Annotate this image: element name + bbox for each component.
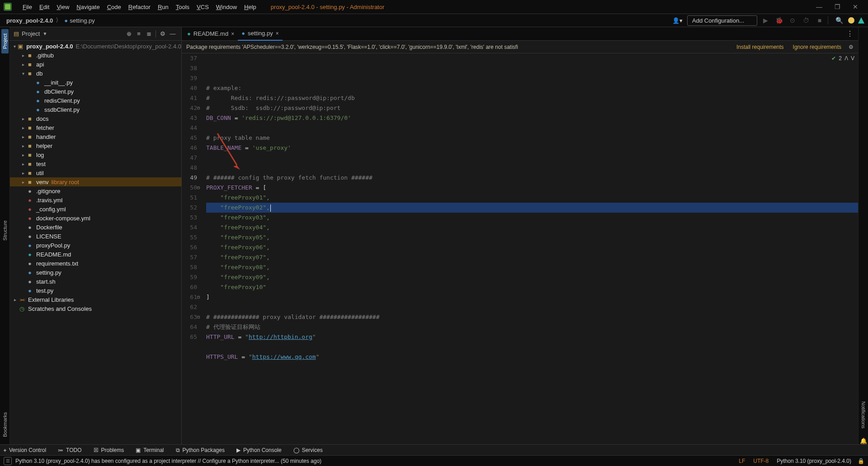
tree-node[interactable]: ●ssdbClient.py xyxy=(10,105,181,114)
editor-tab[interactable]: ●setting.py× xyxy=(238,27,283,41)
tree-node[interactable]: ●.gitignore xyxy=(10,186,181,195)
tool-label: Python Console xyxy=(243,447,282,453)
tree-node[interactable]: ▸■handler xyxy=(10,132,181,141)
minimize-button[interactable]: — xyxy=(810,3,828,10)
bottom-tool-services[interactable]: ◯Services xyxy=(292,447,325,453)
tree-node[interactable]: ●.travis.yml xyxy=(10,195,181,204)
tree-node[interactable]: ●requirements.txt xyxy=(10,259,181,268)
tree-node[interactable]: ▸■log xyxy=(10,150,181,159)
maximize-button[interactable]: ❐ xyxy=(828,3,846,10)
inspection-up-icon[interactable]: ᐱ xyxy=(844,55,848,62)
notifications-icon[interactable]: 🔔 xyxy=(860,437,867,444)
tree-node[interactable]: ▸⫘External Libraries xyxy=(10,295,181,304)
tree-node[interactable]: ●setting.py xyxy=(10,268,181,277)
bottom-tool-todo[interactable]: ≔TODO xyxy=(56,447,83,453)
menu-navigate[interactable]: Navigate xyxy=(73,2,103,12)
tree-node[interactable]: ●_config.yml xyxy=(10,204,181,214)
project-view-dropdown-icon[interactable]: ▼ xyxy=(42,31,47,36)
tree-node[interactable]: ●docker-compose.yml xyxy=(10,214,181,223)
inspection-widget[interactable]: ✔ 2 ᐱ ᐯ xyxy=(831,55,854,62)
menu-refactor[interactable]: Refactor xyxy=(125,2,154,12)
status-line-ending[interactable]: LF xyxy=(739,458,745,464)
status-interpreter[interactable]: Python 3.10 (proxy_pool-2.4.0) xyxy=(777,458,851,464)
select-opened-file-icon[interactable]: ⊕ xyxy=(124,30,134,37)
menu-edit[interactable]: Edit xyxy=(36,2,53,12)
close-window-button[interactable]: ✕ xyxy=(846,3,864,10)
tree-node[interactable]: ●README.md xyxy=(10,250,181,259)
menu-code[interactable]: Code xyxy=(104,2,125,12)
tree-node[interactable]: ◷Scratches and Consoles xyxy=(10,304,181,313)
coverage-button[interactable]: ⊙ xyxy=(787,17,798,24)
tree-node[interactable]: ●Dockerfile xyxy=(10,223,181,232)
hide-tool-icon[interactable]: — xyxy=(168,30,178,37)
tree-node[interactable]: ▸■api xyxy=(10,60,181,69)
bottom-tool-terminal[interactable]: ▣Terminal xyxy=(134,447,165,453)
inspection-down-icon[interactable]: ᐯ xyxy=(851,55,854,62)
breadcrumb-separator: 〉 xyxy=(56,16,61,24)
tree-node[interactable]: ●__init__.py xyxy=(10,78,181,87)
tree-node[interactable]: ●start.sh xyxy=(10,277,181,286)
menu-tools[interactable]: Tools xyxy=(172,2,193,12)
sidebar-tab-notifications[interactable]: Notifications xyxy=(860,397,867,433)
readonly-lock-icon[interactable]: 🔒 xyxy=(858,458,864,464)
menu-vcs[interactable]: VCS xyxy=(193,2,212,12)
ignore-requirements-link[interactable]: Ignore requirements xyxy=(793,44,841,50)
tree-node[interactable]: ●dbClient.py xyxy=(10,87,181,96)
collapse-all-icon[interactable]: ≣ xyxy=(144,30,154,37)
tree-node[interactable]: ▸■fetcher xyxy=(10,123,181,132)
tree-node[interactable]: ▸■docs xyxy=(10,114,181,123)
tree-node[interactable]: ●LICENSE xyxy=(10,232,181,241)
ide-update-icon[interactable] xyxy=(858,17,864,24)
editor-tab[interactable]: ●README.md× xyxy=(184,27,238,41)
code-with-me-icon[interactable] xyxy=(848,17,854,24)
banner-settings-icon[interactable]: ⚙ xyxy=(849,44,854,50)
tree-node[interactable]: ▸■venvlibrary root xyxy=(10,177,181,186)
bottom-tool-version-control[interactable]: ᚐVersion Control xyxy=(2,447,48,453)
tree-node[interactable]: ●test.py xyxy=(10,286,181,295)
menu-help[interactable]: Help xyxy=(241,2,260,12)
status-message[interactable]: Python 3.10 (proxy_pool-2.4.0) has been … xyxy=(15,458,321,464)
debug-button[interactable]: 🐞 xyxy=(774,17,784,24)
stop-button[interactable]: ■ xyxy=(814,17,825,24)
breadcrumb-root-label: proxy_pool-2.4.0 xyxy=(6,17,53,24)
search-everywhere-button[interactable]: 🔍 xyxy=(834,17,844,24)
menu-run[interactable]: Run xyxy=(154,2,172,12)
tree-node[interactable]: ▾■db xyxy=(10,69,181,78)
bottom-tool-problems[interactable]: ☒Problems xyxy=(92,447,126,453)
tree-node[interactable]: ●redisClient.py xyxy=(10,96,181,105)
user-icon[interactable]: 👤▾ xyxy=(672,17,683,24)
tree-node[interactable]: ▸■.github xyxy=(10,51,181,60)
tree-node[interactable]: ▸■helper xyxy=(10,141,181,150)
sidebar-tab-project[interactable]: Project xyxy=(1,29,9,53)
sidebar-tab-structure[interactable]: Structure xyxy=(1,216,9,245)
run-button[interactable]: ▶ xyxy=(760,17,771,24)
editor-tabs: ●README.md×●setting.py× ⋮ xyxy=(182,27,858,41)
menu-view[interactable]: View xyxy=(53,2,73,12)
right-tool-strip: Notifications 🔔 xyxy=(858,27,868,444)
tab-close-icon[interactable]: × xyxy=(276,30,279,37)
breadcrumb-file[interactable]: ● setting.py xyxy=(61,16,98,25)
breadcrumb-root[interactable]: proxy_pool-2.4.0 xyxy=(4,16,56,25)
status-encoding[interactable]: UTF-8 xyxy=(753,458,769,464)
tab-more-icon[interactable]: ⋮ xyxy=(842,29,858,38)
tree-node[interactable]: ▾▣proxy_pool-2.4.0E:\Documents\Desktop\p… xyxy=(10,42,181,51)
sidebar-tab-bookmarks[interactable]: Bookmarks xyxy=(1,408,9,442)
menu-window[interactable]: Window xyxy=(212,2,241,12)
tree-node[interactable]: ▸■util xyxy=(10,168,181,177)
tool-settings-icon[interactable]: ⚙ xyxy=(158,30,168,37)
install-requirements-link[interactable]: Install requirements xyxy=(736,44,784,50)
menu-file[interactable]: File xyxy=(19,2,36,12)
add-configuration-button[interactable]: Add Configuration... xyxy=(687,15,757,26)
tree-node[interactable]: ●proxyPool.py xyxy=(10,241,181,250)
profile-button[interactable]: ⏱ xyxy=(801,17,811,24)
bottom-tool-python-console[interactable]: ▶Python Console xyxy=(235,447,283,453)
tree-node[interactable]: ▸■test xyxy=(10,159,181,168)
project-tree[interactable]: ▾▣proxy_pool-2.4.0E:\Documents\Desktop\p… xyxy=(10,41,181,444)
tab-label: README.md xyxy=(193,30,228,37)
expand-all-icon[interactable]: ≡ xyxy=(134,30,144,37)
bottom-tool-python-packages[interactable]: ⧉Python Packages xyxy=(174,447,226,453)
status-message-icon[interactable]: ☰ xyxy=(4,457,12,465)
code-editor[interactable]: 3738394041424344454647484950515253545556… xyxy=(182,53,858,444)
md-file-icon: ● xyxy=(187,30,191,37)
tab-close-icon[interactable]: × xyxy=(231,31,234,37)
